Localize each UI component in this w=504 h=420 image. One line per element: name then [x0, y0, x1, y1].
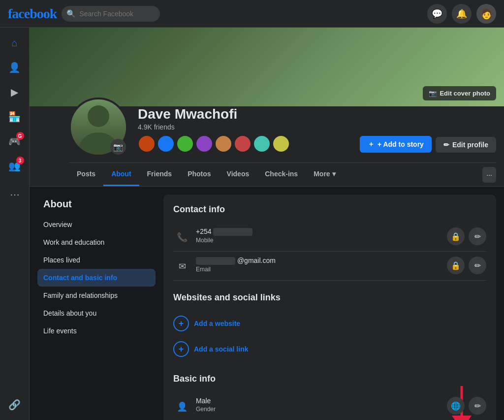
friend-avatar-6: [234, 135, 252, 153]
basic-info-title: Basic info: [173, 374, 486, 384]
groups-badge: 3: [16, 157, 24, 164]
about-nav-places[interactable]: Places lived: [37, 251, 156, 269]
tab-about[interactable]: About: [103, 163, 139, 186]
email-value: @gmail.com: [196, 257, 442, 265]
add-social-row[interactable]: + Add a social link: [173, 336, 486, 362]
tab-friends[interactable]: Friends: [139, 163, 180, 186]
search-input[interactable]: [62, 6, 160, 22]
tab-checkins[interactable]: Check-ins: [257, 163, 306, 186]
phone-value: +254: [196, 227, 442, 236]
gender-visibility-button[interactable]: 🌐: [447, 397, 465, 415]
gender-label: Gender: [196, 406, 442, 413]
sidebar-item-link[interactable]: 🔗: [3, 393, 26, 416]
search-icon: 🔍: [66, 9, 76, 18]
search-wrapper: 🔍: [62, 6, 160, 22]
sidebar-item-watch[interactable]: ▶: [3, 81, 26, 103]
facebook-logo: facebook: [8, 6, 57, 22]
cover-photo: 📷 Edit cover photo: [30, 28, 504, 106]
add-to-story-button[interactable]: ＋ + Add to story: [360, 136, 432, 153]
add-story-icon: ＋: [368, 140, 375, 149]
add-website-row[interactable]: + Add a website: [173, 311, 486, 336]
email-info-row: ✉ @gmail.com Email 🔒 ✏: [173, 252, 486, 281]
basic-info-section: Basic info 👤 Male Gend: [173, 374, 486, 420]
sidebar-item-marketplace[interactable]: 🏪: [3, 105, 26, 128]
about-nav-details[interactable]: Details about you: [37, 304, 156, 322]
phone-redacted: [213, 228, 252, 236]
friend-avatar-5: [215, 135, 232, 153]
about-main-content: Contact info 📞 +254 Mobile 🔒 ✏: [163, 194, 496, 420]
top-navigation: facebook 🔍 💬 🔔 🧑: [0, 0, 504, 28]
friend-avatar-2: [157, 135, 175, 153]
notifications-button[interactable]: 🔔: [452, 4, 472, 24]
phone-info-row: 📞 +254 Mobile 🔒 ✏: [173, 223, 486, 252]
edit-profile-label: Edit profile: [452, 141, 488, 149]
websites-section: Websites and social links + Add a websit…: [173, 292, 486, 362]
gender-value: Male: [196, 397, 442, 405]
friend-avatar-8: [272, 135, 290, 153]
sidebar-item-menu[interactable]: ⋯: [3, 183, 26, 206]
profile-avatar-wrap: 📷: [69, 97, 128, 157]
profile-section: 📷 Dave Mwachofi 4.9K friends: [30, 106, 504, 187]
main-content: 📷 Edit cover photo 📷: [30, 28, 504, 420]
about-sidebar: About Overview Work and education Places…: [37, 194, 156, 420]
email-info-actions: 🔒 ✏: [447, 257, 486, 274]
profile-actions: ＋ + Add to story ✏ Edit profile: [360, 136, 496, 157]
sidebar-item-home[interactable]: ⌂: [3, 32, 26, 54]
add-social-label: Add a social link: [194, 345, 248, 353]
left-sidebar: ⌂ 👤 ▶ 🏪 🎮 G 👥 3 ⋯ 🔗: [0, 28, 30, 420]
profile-header: 📷 Dave Mwachofi 4.9K friends: [69, 106, 496, 162]
friend-avatar-7: [253, 135, 271, 153]
contact-info-title: Contact info: [173, 204, 486, 215]
tab-options-button[interactable]: ···: [482, 167, 496, 183]
gaming-badge: G: [16, 132, 24, 140]
friend-avatar-4: [195, 135, 213, 153]
change-avatar-button[interactable]: 📷: [110, 139, 126, 155]
tab-videos[interactable]: Videos: [219, 163, 257, 186]
add-social-icon: +: [173, 341, 189, 357]
about-nav-contact[interactable]: Contact and basic info: [37, 269, 156, 287]
about-content-area: About Overview Work and education Places…: [30, 187, 504, 420]
pencil-icon: ✏: [443, 141, 449, 149]
nav-right-actions: 💬 🔔 🧑: [427, 4, 496, 24]
sidebar-item-groups[interactable]: 👥 3: [3, 155, 26, 177]
about-nav-family[interactable]: Family and relationships: [37, 287, 156, 304]
phone-prefix: +254: [196, 227, 212, 235]
chevron-down-icon: ▾: [332, 170, 336, 178]
phone-info-text: +254 Mobile: [196, 227, 442, 244]
gender-info-row: 👤 Male Gender 🌐 ✏: [173, 392, 486, 420]
phone-info-actions: 🔒 ✏: [447, 227, 486, 245]
about-nav-life-events[interactable]: Life events: [37, 322, 156, 340]
email-suffix: @gmail.com: [237, 257, 276, 264]
camera-icon: 📷: [113, 142, 123, 152]
cover-actions: 📷 Edit cover photo: [423, 86, 496, 100]
add-website-icon: +: [173, 316, 189, 331]
camera-icon: 📷: [429, 90, 437, 97]
profile-info: Dave Mwachofi 4.9K friends: [138, 106, 350, 157]
tab-photos[interactable]: Photos: [180, 163, 219, 186]
email-info-text: @gmail.com Email: [196, 257, 442, 273]
sidebar-item-friends[interactable]: 👤: [3, 56, 26, 79]
email-lock-button[interactable]: 🔒: [447, 257, 465, 274]
messenger-button[interactable]: 💬: [427, 4, 447, 24]
gender-icon: 👤: [173, 398, 191, 416]
profile-nav: Posts About Friends Photos Videos Check-…: [69, 162, 496, 186]
about-nav-overview[interactable]: Overview: [37, 216, 156, 233]
gender-edit-button[interactable]: ✏: [469, 397, 486, 415]
tab-more[interactable]: More ▾: [306, 163, 343, 186]
profile-name: Dave Mwachofi: [138, 106, 350, 122]
about-nav-work[interactable]: Work and education: [37, 233, 156, 251]
sidebar-item-gaming[interactable]: 🎮 G: [3, 130, 26, 153]
email-edit-button[interactable]: ✏: [469, 257, 486, 274]
edit-profile-button[interactable]: ✏ Edit profile: [436, 137, 496, 153]
edit-cover-button[interactable]: 📷 Edit cover photo: [423, 86, 496, 100]
svg-point-0: [88, 105, 109, 127]
avatar[interactable]: 🧑: [476, 4, 496, 24]
profile-friends-count: 4.9K friends: [138, 123, 350, 131]
email-label: Email: [196, 266, 442, 273]
tab-posts[interactable]: Posts: [69, 163, 103, 186]
phone-edit-button[interactable]: ✏: [469, 227, 486, 245]
websites-title: Websites and social links: [173, 292, 486, 303]
gender-info-text: Male Gender: [196, 397, 442, 413]
email-redacted: [196, 257, 235, 265]
phone-lock-button[interactable]: 🔒: [447, 227, 465, 245]
